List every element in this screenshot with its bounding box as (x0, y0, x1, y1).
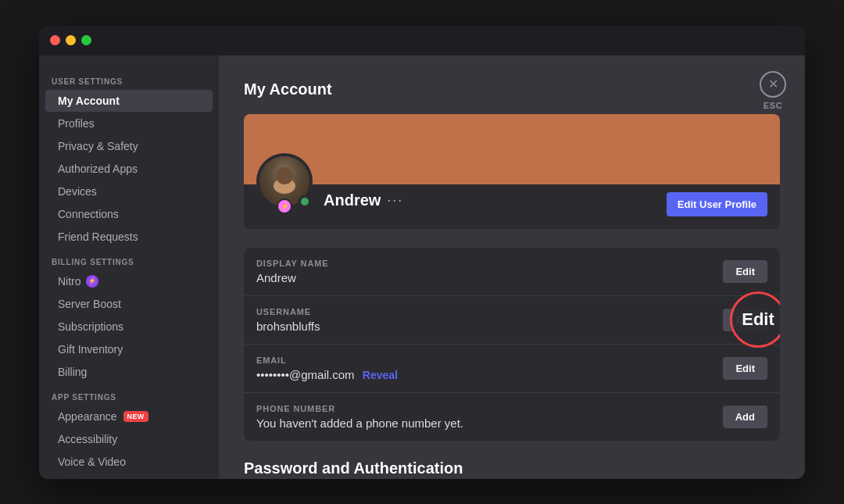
profile-banner (244, 114, 780, 184)
esc-button[interactable]: ✕ ESC (760, 71, 786, 110)
sidebar-item-profiles[interactable]: Profiles (45, 113, 213, 134)
fullscreen-button[interactable] (81, 35, 91, 45)
app-window: USER SETTINGS My Account Profiles Privac… (39, 26, 805, 479)
sidebar-item-subscriptions[interactable]: Subscriptions (45, 316, 213, 338)
esc-circle-icon: ✕ (760, 71, 786, 98)
display-name-value: Andrew (256, 271, 328, 284)
boost-icon: ⚡ (281, 202, 289, 210)
username-row: Andrew ··· Edit User Profile (324, 177, 767, 216)
sidebar-item-billing[interactable]: Billing (45, 361, 213, 383)
user-settings-label: USER SETTINGS (39, 68, 219, 89)
sidebar-item-my-account[interactable]: My Account (45, 90, 213, 112)
phone-add-button[interactable]: Add (723, 406, 767, 428)
sidebar-item-voice-video[interactable]: Voice & Video (45, 451, 213, 473)
account-fields: DISPLAY NAME Andrew Edit USERNAME brohsn… (244, 248, 780, 441)
sidebar-item-text-images-label: Text & Images (58, 478, 127, 479)
username-field-row: USERNAME brohsnbluffs Edit Edit (244, 296, 780, 345)
display-name-label: DISPLAY NAME (256, 259, 328, 268)
avatar-wrap: ⚡ (256, 153, 313, 209)
email-field-left: EMAIL ••••••••@gmail.com Reveal (256, 356, 398, 381)
app-settings-label: APP SETTINGS (39, 384, 219, 405)
sidebar-item-appearance[interactable]: Appearance NEW (45, 406, 213, 427)
traffic-lights (50, 35, 91, 45)
sidebar-item-voice-video-label: Voice & Video (58, 456, 126, 468)
email-masked: ••••••••@gmail.com (256, 368, 355, 381)
sidebar-item-authorized-apps-label: Authorized Apps (58, 163, 138, 175)
username-field-left: USERNAME brohsnbluffs (256, 307, 320, 333)
sidebar-item-connections[interactable]: Connections (45, 203, 213, 225)
titlebar (39, 26, 805, 55)
sidebar-item-server-boost[interactable]: Server Boost (45, 293, 213, 315)
sidebar-item-nitro[interactable]: Nitro ⚡ (45, 270, 213, 292)
online-indicator (299, 195, 311, 208)
phone-field-row: PHONE NUMBER You haven't added a phone n… (244, 393, 780, 441)
sidebar-item-text-images[interactable]: Text & Images (45, 474, 213, 479)
email-value: ••••••••@gmail.com Reveal (256, 368, 398, 381)
display-name: Andrew (324, 191, 381, 209)
sidebar: USER SETTINGS My Account Profiles Privac… (39, 55, 219, 479)
display-name-field-row: DISPLAY NAME Andrew Edit (244, 248, 780, 296)
sidebar-item-nitro-label: Nitro (58, 275, 81, 288)
sidebar-item-gift-inventory[interactable]: Gift Inventory (45, 338, 213, 360)
edit-profile-button[interactable]: Edit User Profile (667, 192, 767, 216)
phone-label: PHONE NUMBER (256, 404, 463, 413)
sidebar-item-privacy-safety[interactable]: Privacy & Safety (45, 135, 213, 157)
sidebar-item-subscriptions-label: Subscriptions (58, 320, 123, 333)
profile-info-row: ⚡ Andrew ··· Edit User Profile (244, 177, 780, 229)
username-label: USERNAME (256, 307, 320, 316)
sidebar-item-authorized-apps[interactable]: Authorized Apps (45, 158, 213, 180)
phone-field-left: PHONE NUMBER You haven't added a phone n… (256, 404, 463, 430)
sidebar-item-connections-label: Connections (58, 208, 119, 220)
sidebar-item-appearance-label: Appearance (58, 410, 117, 423)
nitro-icon: ⚡ (86, 275, 98, 288)
profile-card: ⚡ Andrew ··· Edit User Profile (244, 114, 780, 229)
appearance-new-badge: NEW (123, 411, 148, 422)
boost-badge: ⚡ (277, 198, 292, 214)
page-title: My Account (244, 80, 780, 98)
display-name-field-left: DISPLAY NAME Andrew (256, 259, 328, 284)
sidebar-item-profiles-label: Profiles (58, 117, 95, 130)
main-content: ✕ ESC My Account ⚡ (219, 55, 805, 479)
username-edit-button[interactable]: Edit (723, 309, 767, 331)
sidebar-item-gift-inventory-label: Gift Inventory (58, 343, 123, 356)
sidebar-item-accessibility-label: Accessibility (58, 433, 117, 445)
email-field-row: EMAIL ••••••••@gmail.com Reveal Edit (244, 345, 780, 393)
password-section-title: Password and Authentication (244, 459, 780, 477)
display-name-edit-button[interactable]: Edit (723, 260, 767, 283)
more-options-icon[interactable]: ··· (387, 192, 403, 209)
email-edit-button[interactable]: Edit (723, 357, 767, 380)
phone-value: You haven't added a phone number yet. (256, 416, 463, 430)
sidebar-item-accessibility[interactable]: Accessibility (45, 428, 213, 450)
sidebar-item-friend-requests-label: Friend Requests (58, 231, 138, 243)
sidebar-item-friend-requests[interactable]: Friend Requests (45, 226, 213, 248)
sidebar-item-billing-label: Billing (58, 366, 87, 378)
esc-label: ESC (764, 101, 782, 110)
window-body: USER SETTINGS My Account Profiles Privac… (39, 55, 805, 479)
sidebar-item-privacy-safety-label: Privacy & Safety (58, 140, 138, 152)
minimize-button[interactable] (66, 35, 76, 45)
sidebar-item-my-account-label: My Account (58, 95, 120, 107)
sidebar-item-devices[interactable]: Devices (45, 181, 213, 202)
sidebar-item-devices-label: Devices (58, 185, 97, 198)
billing-settings-label: BILLING SETTINGS (39, 248, 219, 270)
reveal-link[interactable]: Reveal (363, 369, 398, 381)
username-value: brohsnbluffs (256, 320, 320, 333)
sidebar-item-server-boost-label: Server Boost (58, 298, 121, 310)
email-label: EMAIL (256, 356, 398, 365)
close-button[interactable] (50, 35, 60, 45)
